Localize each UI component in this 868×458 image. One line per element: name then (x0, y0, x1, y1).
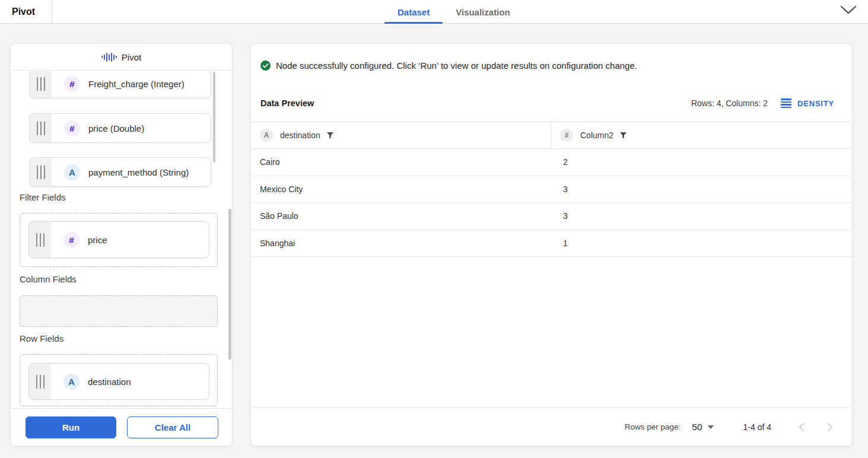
field-label: payment_method (String) (88, 167, 189, 177)
top-bar: Pivot Dataset Visualization (0, 0, 868, 24)
data-preview-panel: Node successfully configured. Click ‘Run… (250, 43, 853, 446)
filter-funnel-icon[interactable] (619, 132, 627, 139)
panel-footer: Run Clear All (11, 408, 232, 446)
drag-handle-icon[interactable] (29, 222, 51, 257)
string-type-icon: A (63, 374, 80, 390)
cell-destination: São Paulo (251, 211, 551, 221)
cell-column2: 2 (551, 157, 852, 167)
rows-per-page-select[interactable]: 50 (692, 422, 713, 432)
field-chip-price[interactable]: # price (Double) (29, 113, 211, 143)
number-type-icon: # (64, 76, 80, 92)
field-label: Freight_charge (Integer) (88, 79, 185, 89)
clear-all-button[interactable]: Clear All (127, 416, 218, 438)
window-title: Pivot (0, 0, 52, 24)
available-fields-list: # Freight_charge (Integer) # price (Doub… (11, 71, 232, 191)
pivot-config-panel: Pivot # Freight_charge (Integer) # price… (10, 43, 233, 446)
string-type-icon: A (260, 129, 273, 142)
drag-handle-icon[interactable] (30, 71, 52, 98)
success-check-icon (260, 61, 271, 71)
preview-title: Data Preview (260, 98, 314, 108)
row-fields-dropzone[interactable]: A destination (20, 354, 218, 406)
table-row[interactable]: São Paulo 3 (251, 203, 852, 230)
panel-header: Pivot (11, 44, 232, 71)
preview-controls: Rows: 4, Columns: 2 DENSITY (691, 98, 834, 108)
field-label: price (88, 235, 107, 245)
field-chip-freight-charge[interactable]: # Freight_charge (Integer) (29, 71, 211, 98)
previous-page-chevron-icon[interactable] (797, 422, 806, 432)
row-field-chip-destination[interactable]: A destination (28, 363, 209, 400)
page-range: 1-4 of 4 (743, 422, 771, 432)
tab-visualization[interactable]: Visualization (443, 0, 523, 24)
tab-dataset[interactable]: Dataset (384, 0, 443, 24)
pagination-bar: Rows per page: 50 1-4 of 4 (251, 408, 852, 446)
column-fields-dropzone[interactable] (20, 295, 218, 327)
filter-fields-label: Filter Fields (20, 192, 66, 202)
rows-per-page-label: Rows per page: (625, 422, 681, 431)
drag-handle-icon[interactable] (30, 158, 52, 186)
number-type-icon: # (560, 129, 573, 142)
field-label: price (Double) (88, 123, 144, 133)
panel-title: Pivot (122, 52, 141, 62)
cell-destination: Mexico City (251, 185, 551, 194)
table-row[interactable]: Mexico City 3 (251, 176, 852, 203)
panel-scrollbar[interactable] (228, 209, 231, 360)
table-header-row: A destination # Column2 (251, 122, 852, 149)
drag-handle-icon[interactable] (29, 364, 51, 399)
cell-column2: 3 (551, 185, 852, 194)
number-type-icon: # (64, 120, 80, 136)
fields-list-scrollbar[interactable] (213, 72, 215, 163)
tab-visualization-label: Visualization (456, 7, 510, 17)
tab-dataset-label: Dataset (398, 7, 430, 17)
column-header-column2[interactable]: # Column2 (551, 122, 852, 148)
field-label: destination (88, 377, 131, 387)
column-header-destination[interactable]: A destination (251, 122, 551, 148)
drag-handle-icon[interactable] (30, 114, 52, 142)
cell-destination: Cairo (251, 157, 551, 167)
run-button[interactable]: Run (26, 416, 116, 438)
collapse-chevron-down-icon[interactable] (840, 3, 857, 16)
tab-bar: Dataset Visualization (384, 0, 523, 24)
field-chip-payment-method[interactable]: A payment_method (String) (29, 157, 211, 187)
rows-per-page-value: 50 (692, 422, 702, 432)
filter-field-chip-price[interactable]: # price (28, 221, 209, 258)
table-body: Cairo 2 Mexico City 3 São Paulo 3 Shangh… (251, 149, 852, 257)
cell-column2: 3 (551, 211, 852, 221)
filter-funnel-icon[interactable] (326, 132, 334, 139)
cell-column2: 1 (551, 238, 852, 248)
pivot-icon (101, 53, 117, 62)
density-button[interactable]: DENSITY (797, 99, 834, 108)
density-icon[interactable] (781, 98, 791, 108)
caret-down-icon (708, 425, 714, 429)
next-page-chevron-icon[interactable] (826, 422, 834, 432)
table-row[interactable]: Shanghai 1 (251, 230, 852, 257)
rows-columns-summary: Rows: 4, Columns: 2 (691, 98, 768, 108)
status-text: Node successfully configured. Click ‘Run… (276, 61, 637, 71)
number-type-icon: # (63, 232, 80, 248)
status-message: Node successfully configured. Click ‘Run… (260, 61, 637, 71)
column-name: Column2 (580, 131, 613, 140)
column-fields-label: Column Fields (20, 274, 77, 284)
string-type-icon: A (64, 164, 80, 180)
cell-destination: Shanghai (251, 238, 551, 248)
table-row[interactable]: Cairo 2 (251, 149, 852, 176)
column-name: destination (280, 131, 320, 140)
filter-fields-dropzone[interactable]: # price (20, 213, 218, 267)
preview-header: Data Preview Rows: 4, Columns: 2 DENSITY (260, 97, 834, 110)
row-fields-label: Row Fields (20, 333, 63, 344)
